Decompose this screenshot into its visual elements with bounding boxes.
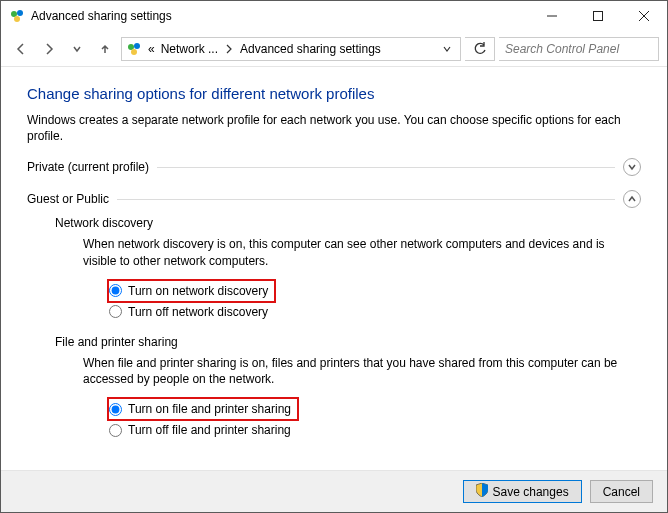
group-network-discovery-desc: When network discovery is on, this compu… <box>83 236 641 268</box>
page-heading: Change sharing options for different net… <box>27 85 641 102</box>
section-guest[interactable]: Guest or Public <box>27 190 641 208</box>
radio-nd-off[interactable] <box>109 305 122 318</box>
back-button[interactable] <box>9 37 33 61</box>
control-panel-icon <box>126 41 142 57</box>
group-network-discovery-title: Network discovery <box>55 216 641 230</box>
window: Advanced sharing settings « Network ... … <box>0 0 668 513</box>
group-file-printer-desc: When file and printer sharing is on, fil… <box>83 355 641 387</box>
footer: Save changes Cancel <box>1 470 667 512</box>
group-file-printer-title: File and printer sharing <box>55 335 641 349</box>
refresh-button[interactable] <box>465 37 495 61</box>
maximize-button[interactable] <box>575 1 621 31</box>
window-buttons <box>529 1 667 31</box>
address-bar[interactable]: « Network ... Advanced sharing settings <box>121 37 461 61</box>
minimize-button[interactable] <box>529 1 575 31</box>
svg-rect-4 <box>594 12 603 21</box>
window-title: Advanced sharing settings <box>31 9 529 23</box>
titlebar: Advanced sharing settings <box>1 1 667 31</box>
save-button-label: Save changes <box>493 485 569 499</box>
svg-point-8 <box>134 43 140 49</box>
chevron-down-icon[interactable] <box>623 158 641 176</box>
nav-row: « Network ... Advanced sharing settings <box>1 31 667 67</box>
svg-point-7 <box>128 44 134 50</box>
recent-locations-button[interactable] <box>65 37 89 61</box>
svg-point-0 <box>11 11 17 17</box>
highlight-box: Turn on file and printer sharing <box>107 397 299 421</box>
search-input[interactable] <box>499 37 659 61</box>
radio-nd-off-label[interactable]: Turn off network discovery <box>128 305 268 319</box>
shield-icon <box>476 483 488 500</box>
svg-point-2 <box>14 16 20 22</box>
breadcrumb-lvl1[interactable]: Network ... <box>161 42 218 56</box>
svg-point-1 <box>17 10 23 16</box>
radio-fp-on-label[interactable]: Turn on file and printer sharing <box>128 402 291 416</box>
svg-point-9 <box>131 49 137 55</box>
highlight-box: Turn on network discovery <box>107 279 276 303</box>
forward-button[interactable] <box>37 37 61 61</box>
radio-nd-on-label[interactable]: Turn on network discovery <box>128 284 268 298</box>
breadcrumb-lvl2[interactable]: Advanced sharing settings <box>240 42 381 56</box>
close-button[interactable] <box>621 1 667 31</box>
radio-nd-on[interactable] <box>109 284 122 297</box>
chevron-right-icon <box>224 44 234 54</box>
content-area: Change sharing options for different net… <box>1 67 667 470</box>
radio-fp-off-label[interactable]: Turn off file and printer sharing <box>128 423 291 437</box>
section-private[interactable]: Private (current profile) <box>27 158 641 176</box>
divider <box>157 167 615 168</box>
radio-fp-off[interactable] <box>109 424 122 437</box>
radio-fp-on[interactable] <box>109 403 122 416</box>
section-guest-label: Guest or Public <box>27 192 109 206</box>
control-panel-icon <box>9 8 25 24</box>
breadcrumb-root[interactable]: « <box>148 42 155 56</box>
cancel-button[interactable]: Cancel <box>590 480 653 503</box>
chevron-up-icon[interactable] <box>623 190 641 208</box>
section-private-label: Private (current profile) <box>27 160 149 174</box>
divider <box>117 199 615 200</box>
cancel-button-label: Cancel <box>603 485 640 499</box>
page-description: Windows creates a separate network profi… <box>27 112 641 144</box>
save-button[interactable]: Save changes <box>463 480 582 503</box>
address-dropdown[interactable] <box>438 44 456 54</box>
up-button[interactable] <box>93 37 117 61</box>
